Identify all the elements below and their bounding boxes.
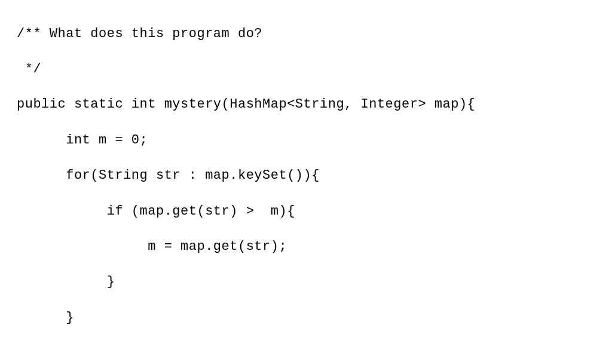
code-line-1: /** What does this program do?	[17, 25, 595, 43]
code-line-2: */	[17, 60, 595, 78]
code-line-4: int m = 0;	[17, 131, 595, 149]
code-line-5: for(String str : map.keySet()){	[17, 167, 595, 185]
code-line-9: }	[17, 309, 595, 327]
code-line-6: if (map.get(str) > m){	[17, 203, 595, 221]
code-line-7: m = map.get(str);	[17, 238, 595, 256]
code-block: /** What does this program do? */ public…	[17, 7, 595, 364]
code-line-8: }	[17, 273, 595, 291]
code-line-3: public static int mystery(HashMap<String…	[17, 96, 595, 114]
